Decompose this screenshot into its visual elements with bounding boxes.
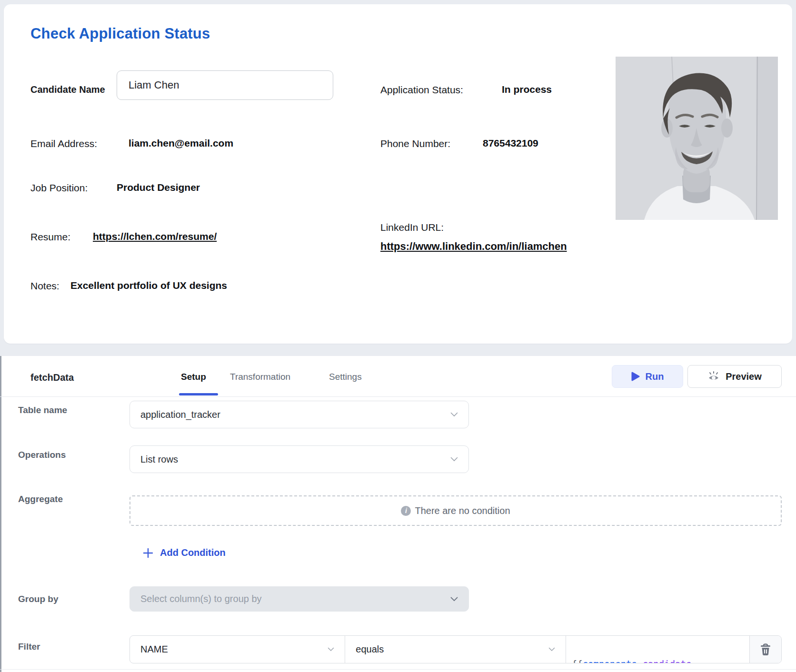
job-position-value: Product Designer <box>117 182 200 193</box>
filter-value-code-text: {{components.candidate Name.value}} <box>572 636 692 663</box>
table-name-value: application_tracker <box>140 409 220 420</box>
application-status-value: In process <box>502 84 552 95</box>
app-screen: Check Application Status Candidate Name … <box>0 0 796 672</box>
email-value: liam.chen@email.com <box>129 138 233 149</box>
filter-operator-value: equals <box>356 644 384 655</box>
trash-icon <box>760 643 771 656</box>
phone-label: Phone Number: <box>380 138 450 149</box>
notes-value: Excellent portfolio of UX designs <box>70 280 227 291</box>
filter-column-value: NAME <box>140 644 168 655</box>
chevron-down-icon <box>450 412 458 417</box>
preview-button[interactable]: Preview <box>687 365 782 388</box>
table-name-label: Table name <box>18 405 67 415</box>
chevron-down-icon <box>548 647 555 652</box>
group-by-placeholder: Select column(s) to group by <box>140 593 262 604</box>
phone-value: 8765432109 <box>483 138 538 149</box>
plus-icon <box>143 548 153 558</box>
operations-value: List rows <box>140 454 178 465</box>
linkedin-label: LinkedIn URL: <box>380 222 444 233</box>
eye-icon <box>707 371 720 382</box>
resume-link[interactable]: https://lchen.com/resume/ <box>93 231 217 242</box>
application-status-label: Application Status: <box>380 84 463 96</box>
group-by-label: Group by <box>18 594 58 604</box>
candidate-photo-image <box>616 57 778 220</box>
table-name-select[interactable]: application_tracker <box>129 401 469 428</box>
delete-filter-button[interactable] <box>750 636 781 663</box>
filter-label: Filter <box>18 642 40 652</box>
filter-value-code-input[interactable]: {{components.candidate Name.value}} <box>566 636 750 663</box>
run-button-label: Run <box>646 371 664 382</box>
add-condition-button[interactable]: Add Condition <box>143 547 226 558</box>
tab-transformation[interactable]: Transformation <box>230 372 290 382</box>
play-icon <box>631 372 640 381</box>
panel-bottom-divider <box>0 669 796 670</box>
panel-left-border <box>0 356 1 672</box>
tab-settings[interactable]: Settings <box>329 372 362 382</box>
info-icon: i <box>401 506 411 516</box>
linkedin-link[interactable]: https://www.linkedin.com/in/liamchen <box>380 240 567 253</box>
preview-button-label: Preview <box>726 371 762 382</box>
operations-select[interactable]: List rows <box>129 445 469 473</box>
chevron-down-icon <box>450 597 458 602</box>
chevron-down-icon <box>450 457 458 462</box>
page-title: Check Application Status <box>30 25 210 42</box>
notes-label: Notes: <box>30 280 60 292</box>
tab-setup[interactable]: Setup <box>181 372 206 382</box>
aggregate-empty-text: There are no condition <box>415 505 510 516</box>
panel-header-divider <box>0 396 796 397</box>
job-position-label: Job Position: <box>30 182 88 194</box>
aggregate-empty-area: i There are no condition <box>129 495 782 526</box>
candidate-name-label: Candidate Name <box>30 84 105 95</box>
resume-label: Resume: <box>30 231 70 243</box>
query-name: fetchData <box>30 372 74 383</box>
filter-condition-row: NAME equals {{components.candidate Name.… <box>129 635 782 663</box>
email-label: Email Address: <box>30 138 97 149</box>
filter-operator-select[interactable]: equals <box>345 636 566 663</box>
group-by-select[interactable]: Select column(s) to group by <box>129 586 469 612</box>
operations-label: Operations <box>18 450 66 460</box>
candidate-name-input[interactable] <box>117 70 333 100</box>
chevron-down-icon <box>328 647 334 652</box>
active-tab-underline <box>179 393 218 395</box>
filter-column-select[interactable]: NAME <box>130 636 345 663</box>
run-button[interactable]: Run <box>612 365 683 388</box>
add-condition-label: Add Condition <box>160 547 226 558</box>
aggregate-label: Aggregate <box>18 494 63 504</box>
candidate-photo <box>616 57 778 220</box>
